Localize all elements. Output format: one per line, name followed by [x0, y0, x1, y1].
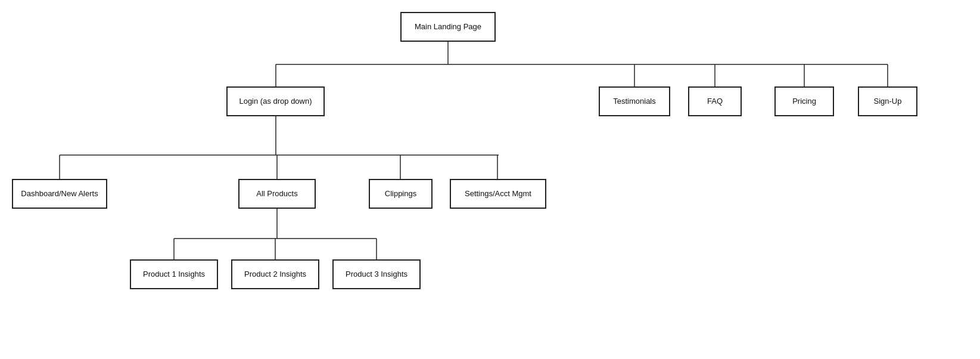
- main-landing-node: Main Landing Page: [400, 12, 496, 42]
- all-products-node: All Products: [238, 179, 316, 209]
- product3-node: Product 3 Insights: [332, 259, 421, 289]
- login-node: Login (as drop down): [226, 86, 325, 116]
- site-map-diagram: Main Landing Page Login (as drop down) T…: [0, 0, 980, 359]
- faq-node: FAQ: [688, 86, 742, 116]
- product2-node: Product 2 Insights: [231, 259, 319, 289]
- pricing-node: Pricing: [774, 86, 834, 116]
- product1-node: Product 1 Insights: [130, 259, 218, 289]
- dashboard-node: Dashboard/New Alerts: [12, 179, 107, 209]
- clippings-node: Clippings: [369, 179, 433, 209]
- signup-node: Sign-Up: [858, 86, 917, 116]
- settings-node: Settings/Acct Mgmt: [450, 179, 546, 209]
- testimonials-node: Testimonials: [599, 86, 670, 116]
